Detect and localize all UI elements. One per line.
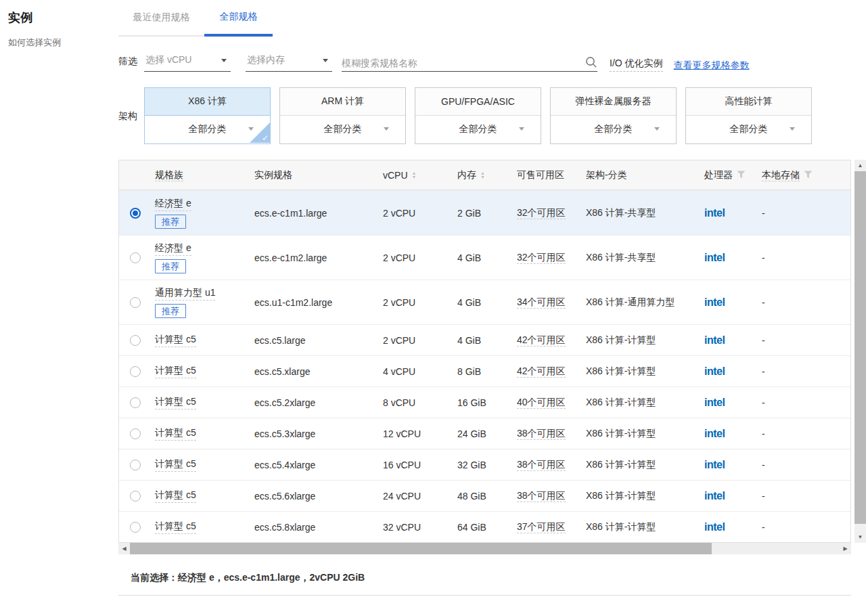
category-select[interactable]: 全部分类 ✓ xyxy=(145,116,270,143)
table-row[interactable]: 计算型 c5 ecs.c5.3xlarge 12 vCPU 24 GiB 38个… xyxy=(119,418,850,449)
category-select[interactable]: 全部分类 ✓ xyxy=(686,116,811,143)
page-title: 实例 xyxy=(8,9,61,26)
spec-memory: 4 GiB xyxy=(457,335,517,346)
table-row[interactable]: 经济型 e 推荐 ecs.e-c1m1.large 2 vCPU 2 GiB 3… xyxy=(119,190,850,235)
header-local[interactable]: 本地存储 xyxy=(762,169,800,181)
radio-button[interactable] xyxy=(130,366,141,377)
horizontal-scrollbar-track[interactable] xyxy=(130,543,840,554)
spec-az[interactable]: 40个可用区 xyxy=(517,397,566,409)
radio-button[interactable] xyxy=(130,335,141,346)
io-optimized-label[interactable]: I/O 优化实例 xyxy=(610,58,663,72)
spec-az[interactable]: 42个可用区 xyxy=(517,334,566,347)
filter-funnel-icon[interactable] xyxy=(737,171,746,179)
spec-memory: 2 GiB xyxy=(457,208,517,219)
spec-arch: X86 计算-计算型 xyxy=(586,365,704,378)
spec-az[interactable]: 38个可用区 xyxy=(517,428,566,440)
radio-button[interactable] xyxy=(130,208,141,219)
tab-all-specs[interactable]: 全部规格 xyxy=(204,0,273,37)
radio-button[interactable] xyxy=(130,397,141,408)
memory-select[interactable]: 选择内存 xyxy=(246,54,332,72)
spec-az[interactable]: 32个可用区 xyxy=(517,252,566,264)
architecture-card[interactable]: X86 计算 全部分类 ✓ xyxy=(144,87,271,144)
architecture-card-title[interactable]: 高性能计算 xyxy=(686,88,811,116)
tab-recent-specs[interactable]: 最近使用规格 xyxy=(118,0,204,37)
scroll-down-icon[interactable]: ▼ xyxy=(854,531,866,543)
table-row[interactable]: 计算型 c5 ecs.c5.2xlarge 8 vCPU 16 GiB 40个可… xyxy=(119,386,850,418)
table-row[interactable]: 计算型 c5 ecs.c5.large 2 vCPU 4 GiB 42个可用区 … xyxy=(119,324,850,355)
spec-local-storage: - xyxy=(762,428,850,439)
spec-arch: X86 计算-计算型 xyxy=(586,428,704,440)
vertical-scrollbar[interactable]: ▲ ▼ xyxy=(854,160,866,543)
memory-select-placeholder: 选择内存 xyxy=(247,54,285,66)
spec-vcpu: 12 vCPU xyxy=(383,428,457,439)
table-row[interactable]: 计算型 c5 ecs.c5.6xlarge 24 vCPU 48 GiB 38个… xyxy=(119,480,850,511)
spec-vcpu: 32 vCPU xyxy=(383,522,457,533)
spec-search-input[interactable] xyxy=(342,58,581,68)
scroll-right-icon[interactable]: ▶ xyxy=(840,543,851,554)
architecture-card[interactable]: ARM 计算 全部分类 ✓ xyxy=(279,87,406,144)
radio-button[interactable] xyxy=(130,491,141,502)
table-row[interactable]: 通用算力型 u1 推荐 ecs.u1-c1m2.large 2 vCPU 4 G… xyxy=(119,280,850,324)
architecture-card-title[interactable]: 弹性裸金属服务器 xyxy=(551,88,676,116)
radio-button[interactable] xyxy=(130,522,141,533)
filter-funnel-icon[interactable] xyxy=(804,171,813,179)
sort-icon[interactable]: ▲ ▼ xyxy=(480,171,485,179)
spec-search[interactable] xyxy=(342,56,597,72)
architecture-card-title[interactable]: GPU/FPGA/ASIC xyxy=(415,88,541,116)
how-to-choose-link[interactable]: 如何选择实例 xyxy=(8,37,61,49)
category-select[interactable]: 全部分类 ✓ xyxy=(551,116,676,143)
header-family[interactable]: 规格族 xyxy=(155,169,183,181)
sort-down-icon[interactable]: ▼ xyxy=(412,175,417,179)
intel-logo: intel xyxy=(704,459,725,470)
intel-logo: intel xyxy=(704,490,725,502)
architecture-card-title[interactable]: X86 计算 xyxy=(145,88,270,116)
architecture-row: 架构 X86 计算 全部分类 ✓ ARM 计算 全部分类 xyxy=(118,87,851,144)
architecture-card-title[interactable]: ARM 计算 xyxy=(280,88,405,116)
spec-az[interactable]: 32个可用区 xyxy=(517,207,566,219)
category-select[interactable]: 全部分类 ✓ xyxy=(415,116,541,143)
recommend-badge: 推荐 xyxy=(155,215,186,229)
architecture-card[interactable]: 高性能计算 全部分类 ✓ xyxy=(685,87,812,144)
table-row[interactable]: 经济型 e 推荐 ecs.e-c1m2.large 2 vCPU 4 GiB 3… xyxy=(119,235,850,280)
table-row[interactable]: 计算型 c5 ecs.c5.xlarge 4 vCPU 8 GiB 42个可用区… xyxy=(119,355,850,386)
spec-vcpu: 4 vCPU xyxy=(383,366,457,377)
scroll-up-icon[interactable]: ▲ xyxy=(854,160,866,171)
intel-logo: intel xyxy=(704,521,725,533)
instance-panel: 最近使用规格 全部规格 筛选 选择 vCPU 选择内存 I/O 优化实例 查看更… xyxy=(118,0,851,596)
search-icon[interactable] xyxy=(585,56,597,68)
spec-local-storage: - xyxy=(762,335,850,346)
sort-down-icon[interactable]: ▼ xyxy=(480,175,485,179)
category-select-label: 全部分类 xyxy=(189,123,227,135)
header-arch: 架构-分类 xyxy=(586,169,704,181)
spec-az[interactable]: 37个可用区 xyxy=(517,521,566,533)
spec-az[interactable]: 34个可用区 xyxy=(517,296,566,309)
chevron-down-icon xyxy=(384,127,389,131)
scroll-left-icon[interactable]: ◀ xyxy=(118,543,130,554)
spec-local-storage: - xyxy=(762,208,850,219)
spec-az[interactable]: 38个可用区 xyxy=(517,490,566,502)
spec-name: ecs.c5.4xlarge xyxy=(254,460,383,470)
radio-button[interactable] xyxy=(130,460,141,470)
vcpu-select[interactable]: 选择 vCPU xyxy=(144,54,231,72)
spec-arch: X86 计算-共享型 xyxy=(586,207,704,219)
table-row[interactable]: 计算型 c5 ecs.c5.8xlarge 32 vCPU 64 GiB 37个… xyxy=(119,511,850,542)
spec-az[interactable]: 38个可用区 xyxy=(517,459,566,471)
sort-icon[interactable]: ▲ ▼ xyxy=(412,171,417,179)
architecture-card[interactable]: GPU/FPGA/ASIC 全部分类 ✓ xyxy=(415,87,541,144)
horizontal-scrollbar[interactable]: ◀ ▶ xyxy=(118,543,851,554)
architecture-card[interactable]: 弹性裸金属服务器 全部分类 ✓ xyxy=(550,87,677,144)
spec-tabs: 最近使用规格 全部规格 xyxy=(118,0,851,37)
radio-button[interactable] xyxy=(130,252,141,263)
category-select[interactable]: 全部分类 ✓ xyxy=(280,116,405,143)
spec-az[interactable]: 42个可用区 xyxy=(517,365,566,378)
spec-name: ecs.c5.3xlarge xyxy=(254,428,383,439)
spec-family: 经济型 e xyxy=(155,198,191,211)
vertical-scrollbar-thumb[interactable] xyxy=(854,171,866,524)
more-spec-params-link[interactable]: 查看更多规格参数 xyxy=(674,60,750,72)
radio-button[interactable] xyxy=(130,297,141,308)
spec-local-storage: - xyxy=(762,491,850,502)
radio-button[interactable] xyxy=(130,428,141,439)
table-row[interactable]: 计算型 c5 ecs.c5.4xlarge 16 vCPU 32 GiB 38个… xyxy=(119,449,850,480)
horizontal-scrollbar-thumb[interactable] xyxy=(130,543,712,554)
category-select-label: 全部分类 xyxy=(324,123,362,135)
